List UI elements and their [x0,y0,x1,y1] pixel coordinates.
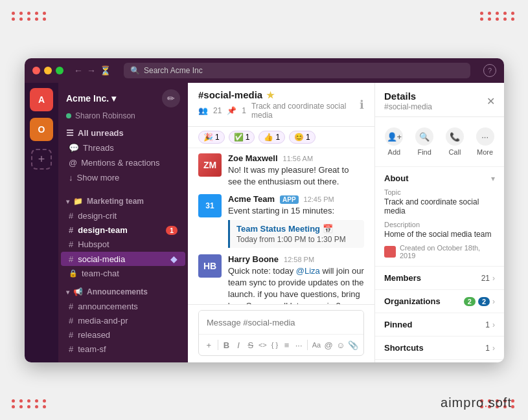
italic-btn[interactable]: I [234,337,244,353]
pals-group-header[interactable]: ▾ 💕 Pals [58,360,188,362]
all-unreads-item[interactable]: ☰ All unreads [58,124,188,140]
design-team-badge: 1 [166,226,178,235]
more-icon: ··· [476,127,494,146]
details-title: Details [384,91,432,102]
shortcuts-row[interactable]: Shortcuts 1 › [375,337,504,360]
workspace-icon-secondary[interactable]: O [30,118,53,141]
message-harry: HB Harry Boone 12:58 PM Quick note: toda… [198,254,364,304]
sidebar-item-mentions[interactable]: @ Mentions & reactions [61,156,185,170]
details-title-area: Details #social-media [384,91,432,111]
sidebar-item-social-media[interactable]: # social-media ◆ [61,252,185,266]
app-body: A O + Acme Inc. ▾ ✏ Sharon Robinson ☰ Al… [25,83,504,362]
find-action-button[interactable]: 🔍 Find [411,124,439,160]
more-label: More [477,148,493,156]
dropdown-icon: ▾ [111,93,116,104]
maximize-button[interactable] [56,67,63,74]
organizations-badge: 2 [464,297,476,306]
emoji-btn[interactable]: ☺ [336,337,345,353]
topic-value: Track and coordinate social media [384,197,495,216]
strikethrough-btn[interactable]: S [246,337,255,353]
reaction-confetti[interactable]: 🎉 1 [198,131,225,144]
sidebar-item-threads[interactable]: 💬 Threads [61,141,185,155]
sidebar-item-team-chat[interactable]: 🔒 team-chat [61,267,185,280]
list-btn[interactable]: ≡ [282,337,292,353]
pinned-row[interactable]: Pinned 1 › [375,313,504,337]
reaction-thumbs[interactable]: 👍 1 [258,131,285,144]
description-value: Home of the social media team [384,230,495,239]
sidebar-item-announcements[interactable]: # announcements [61,300,185,313]
app-window: ← → ⏳ 🔍 Search Acme Inc ? A O + Acme Inc… [25,58,504,362]
add-btn[interactable]: + [204,337,214,353]
mention-btn[interactable]: @ [324,337,334,353]
chevron-down-icon: ▾ [66,198,69,205]
message-input[interactable] [199,311,363,334]
marketing-group-header[interactable]: ▾ 📁 Marketing team [58,194,188,208]
created-info: Created on October 18th, 2019 [384,244,495,260]
add-label: Add [388,148,401,156]
shortcuts-count-area: 1 › [485,344,495,353]
members-label: Members [384,273,421,283]
members-row[interactable]: Members 21 › [375,267,504,290]
pin-icon: 📌 [227,106,236,115]
compose-button[interactable]: ✏ [162,89,180,107]
sidebar-item-released[interactable]: # released [61,328,185,342]
call-action-button[interactable]: 📞 Call [441,124,469,160]
search-text: Search Acme Inc [144,66,203,75]
message-header: Acme Team APP 12:45 PM [228,194,364,204]
toolbar-divider [218,340,218,350]
attach-btn[interactable]: 📎 [348,337,358,353]
workspace-name[interactable]: Acme Inc. ▾ [66,93,116,104]
organizations-row[interactable]: Organizations 2 2 › [375,290,504,313]
members-icon: 👥 [198,106,208,115]
more-action-button[interactable]: ··· More [471,124,499,160]
search-bar[interactable]: 🔍 Search Acme Inc [124,63,470,78]
announcements-group-header[interactable]: ▾ 📢 Announcements [58,285,188,299]
star-icon[interactable]: ★ [266,90,275,100]
chevron-right-icon: › [492,320,495,329]
more-formatting-btn[interactable]: ··· [294,337,304,353]
reaction-smile[interactable]: 😊 1 [289,131,316,144]
close-details-button[interactable]: ✕ [487,95,495,107]
search-icon: 🔍 [130,66,140,75]
add-action-button[interactable]: 👤+ Add [380,124,408,160]
chat-header: #social-media ★ 👥 21 📌 1 Track and coord… [188,83,374,127]
minimize-button[interactable] [44,67,52,74]
chat-input-box: + B I S <> { } ≡ ··· Aa @ ☺ 📎 [198,310,364,356]
hamburger-icon: ☰ [66,128,74,138]
add-workspace-button[interactable]: + [31,149,52,170]
created-avatar [384,246,396,258]
channel-title: #social-media ★ [198,89,360,100]
help-button[interactable]: ? [483,64,496,77]
shortcuts-count: 1 [485,344,490,353]
decoration-dots-tl [12,12,48,21]
user-status: Sharon Robinson [58,111,188,124]
bold-btn[interactable]: B [222,337,231,353]
back-button[interactable]: ← [74,65,83,76]
sidebar-item-design-team[interactable]: # design-team 1 [61,223,185,237]
sidebar-item-hubspot[interactable]: # Hubspot [61,238,185,251]
code-block-btn[interactable]: { } [270,337,280,353]
sidebar-item-show-more[interactable]: ↓ Show more [61,171,185,184]
sidebar-item-team-sf[interactable]: # team-sf [61,342,185,356]
event-title: Team Status Meeting 📅 [236,224,358,234]
avatar: 31 [198,194,222,217]
members-count: 21 [213,106,222,115]
marketing-group: ▾ 📁 Marketing team # design-crit # desig… [58,194,188,281]
workspace-icon-acme[interactable]: A [30,88,53,111]
find-label: Find [417,148,431,156]
reaction-check[interactable]: ✅ 1 [229,131,255,144]
chevron-up-icon: ▾ [491,174,495,183]
sidebar-item-media-pr[interactable]: # media-and-pr [61,314,185,327]
organizations-row-left: Organizations [384,296,441,306]
history-button[interactable]: ⏳ [100,65,111,76]
forward-button[interactable]: → [87,65,96,76]
font-btn[interactable]: Aa [312,337,321,353]
close-button[interactable] [32,67,40,74]
pinned-label: Pinned [384,320,412,329]
code-btn[interactable]: <> [258,337,268,353]
shortcuts-row-left: Shortcuts [384,343,424,353]
about-section-header[interactable]: About ▾ [375,167,504,188]
chat-info-button[interactable]: ℹ [360,98,364,112]
hash-icon: # [69,344,73,354]
sidebar-item-design-crit[interactable]: # design-crit [61,209,185,223]
